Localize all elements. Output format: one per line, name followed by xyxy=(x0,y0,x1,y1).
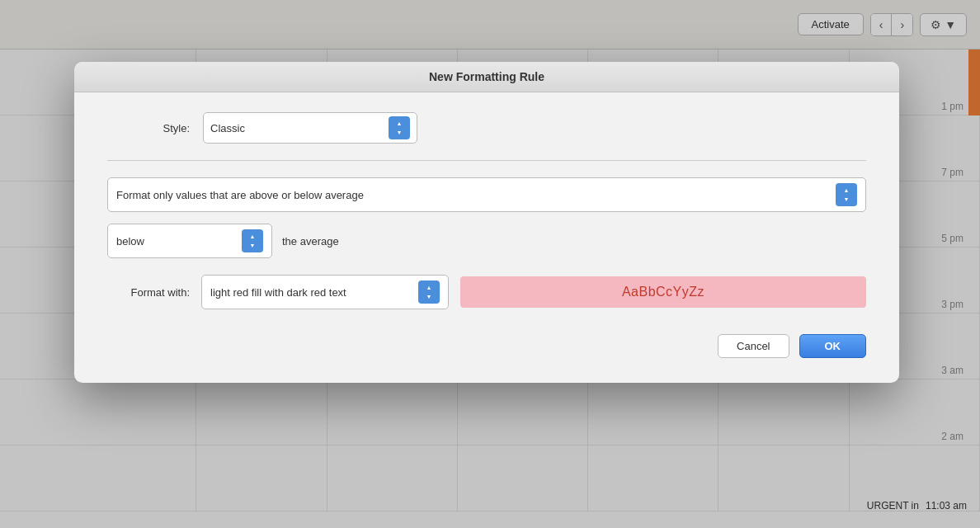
condition-stepper[interactable] xyxy=(836,183,857,206)
stepper-arrows xyxy=(250,233,256,249)
chevron-up-icon xyxy=(844,186,850,194)
preview-text: AaBbCcYyZz xyxy=(622,285,704,299)
divider xyxy=(107,160,866,161)
dialog-title: New Formatting Rule xyxy=(429,70,544,83)
format-with-label: Format with: xyxy=(107,286,190,299)
stepper-arrows xyxy=(844,186,850,203)
condition-select[interactable]: Format only values that are above or bel… xyxy=(107,177,866,212)
the-average-text: the average xyxy=(282,235,339,248)
style-row: Style: Classic xyxy=(107,112,866,144)
preview-box: AaBbCcYyZz xyxy=(460,276,866,308)
dialog-titlebar: New Formatting Rule xyxy=(74,62,899,92)
style-value: Classic xyxy=(210,122,382,134)
below-stepper[interactable] xyxy=(242,229,263,252)
format-stepper[interactable] xyxy=(418,280,440,304)
format-value: light red fill with dark red text xyxy=(210,286,412,299)
chevron-down-icon xyxy=(397,129,403,136)
cancel-button[interactable]: Cancel xyxy=(718,334,789,358)
chevron-down-icon xyxy=(426,293,432,300)
below-select[interactable]: below xyxy=(107,224,272,258)
chevron-down-icon xyxy=(250,242,256,249)
below-value: below xyxy=(116,235,235,248)
dialog-body: Style: Classic Format only values that a… xyxy=(74,92,899,383)
chevron-down-icon xyxy=(844,196,850,203)
style-label: Style: xyxy=(107,122,190,134)
stepper-arrows xyxy=(426,284,432,300)
chevron-up-icon xyxy=(250,233,256,240)
format-row: Format with: light red fill with dark re… xyxy=(107,275,866,309)
style-select[interactable]: Classic xyxy=(203,112,417,144)
buttons-row: Cancel OK xyxy=(107,334,866,358)
ok-button[interactable]: OK xyxy=(799,334,867,358)
condition-row: Format only values that are above or bel… xyxy=(107,177,866,212)
format-select[interactable]: light red fill with dark red text xyxy=(201,275,449,309)
chevron-up-icon xyxy=(397,120,403,127)
condition-label: Format only values that are above or bel… xyxy=(116,189,836,201)
style-stepper[interactable] xyxy=(389,116,410,139)
stepper-arrows xyxy=(397,120,403,136)
dialog: New Formatting Rule Style: Classic Forma… xyxy=(74,62,899,383)
chevron-up-icon xyxy=(426,284,432,291)
below-row: below the average xyxy=(107,224,866,258)
